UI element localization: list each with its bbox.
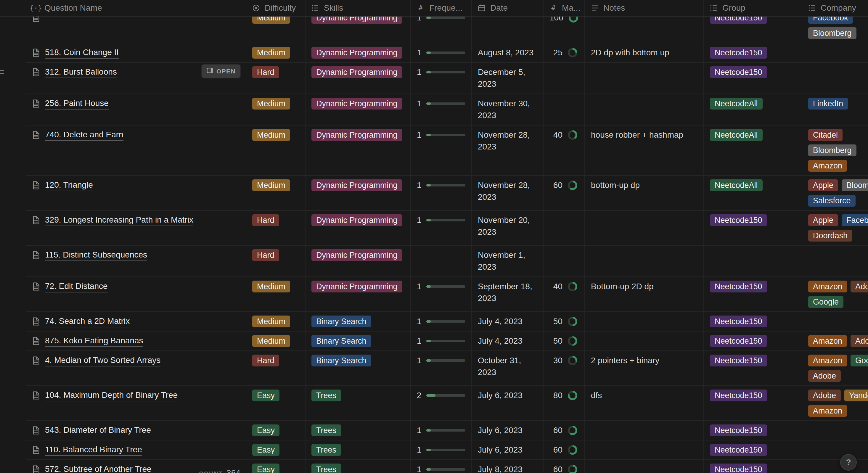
- cell-question-name[interactable]: 110. Balanced Binary Tree: [26, 440, 246, 460]
- cell-frequency[interactable]: [411, 246, 472, 277]
- question-link[interactable]: 329. Longest Increasing Path in a Matrix: [45, 214, 193, 226]
- cell-difficulty[interactable]: Easy: [246, 440, 306, 460]
- cell-mastery[interactable]: [544, 63, 585, 94]
- cell-question-name[interactable]: 104. Maximum Depth of Binary Tree: [26, 386, 246, 420]
- cell-question-name[interactable]: 4. Median of Two Sorted Arrays: [26, 351, 246, 385]
- count-footer[interactable]: COUNT 364: [199, 468, 240, 473]
- cell-skills[interactable]: Trees: [306, 421, 411, 440]
- question-link[interactable]: 110. Balanced Binary Tree: [45, 444, 142, 456]
- cell-company[interactable]: [802, 43, 868, 62]
- cell-group[interactable]: Neetcode150: [704, 312, 802, 331]
- cell-group[interactable]: Neetcode150: [704, 211, 802, 245]
- cell-skills[interactable]: Dynamic Programming: [306, 63, 411, 94]
- question-link[interactable]: 740. Delete and Earn: [45, 129, 123, 141]
- column-header-group[interactable]: Group: [704, 0, 802, 16]
- cell-notes[interactable]: bottom-up dp: [585, 176, 704, 210]
- cell-date[interactable]: October 31, 2023: [472, 351, 544, 385]
- cell-company[interactable]: AppleBloombergSalesforce: [802, 176, 868, 210]
- cell-difficulty[interactable]: Hard: [246, 211, 306, 245]
- cell-group[interactable]: Neetcode150: [704, 460, 802, 473]
- cell-mastery[interactable]: 60: [544, 440, 585, 460]
- question-link[interactable]: 72. Edit Distance: [45, 281, 108, 292]
- cell-mastery[interactable]: 40: [544, 126, 585, 175]
- cell-notes[interactable]: [585, 460, 704, 473]
- cell-skills[interactable]: Dynamic Programming: [306, 277, 411, 311]
- cell-date[interactable]: July 8, 2023: [472, 460, 544, 473]
- cell-difficulty[interactable]: Medium: [246, 94, 306, 125]
- cell-question-name[interactable]: 74. Search a 2D Matrix: [26, 312, 246, 331]
- cell-group[interactable]: [704, 246, 802, 277]
- cell-mastery[interactable]: [544, 211, 585, 245]
- cell-group[interactable]: Neetcode150: [704, 386, 802, 420]
- cell-frequency[interactable]: 1: [411, 43, 472, 62]
- cell-date[interactable]: November 30, 2023: [472, 94, 544, 125]
- cell-difficulty[interactable]: Easy: [246, 460, 306, 473]
- cell-skills[interactable]: Dynamic Programming: [306, 126, 411, 175]
- cell-notes[interactable]: 2D dp with bottom up: [585, 43, 704, 62]
- cell-company[interactable]: AppleFacebookDoordash: [802, 211, 868, 245]
- cell-group[interactable]: Neetcode150: [704, 63, 802, 94]
- cell-date[interactable]: November 20, 2023: [472, 211, 544, 245]
- cell-skills[interactable]: Binary Search: [306, 312, 411, 331]
- column-header-frequency[interactable]: # Freque...: [411, 0, 472, 16]
- cell-notes[interactable]: 2 pointers + binary: [585, 351, 704, 385]
- cell-group[interactable]: Neetcode150: [704, 351, 802, 385]
- cell-question-name[interactable]: 740. Delete and Earn: [26, 126, 246, 175]
- cell-group[interactable]: Neetcode150: [704, 440, 802, 460]
- cell-company[interactable]: AmazonAdobeGoogle: [802, 277, 868, 311]
- cell-difficulty[interactable]: Hard: [246, 63, 306, 94]
- cell-mastery[interactable]: 60: [544, 176, 585, 210]
- cell-company[interactable]: [802, 246, 868, 277]
- cell-difficulty[interactable]: Medium: [246, 312, 306, 331]
- cell-notes[interactable]: [585, 332, 704, 350]
- cell-skills[interactable]: Dynamic Programming: [306, 94, 411, 125]
- help-button[interactable]: ?: [840, 454, 857, 471]
- cell-frequency[interactable]: 1: [411, 332, 472, 350]
- cell-date[interactable]: July 6, 2023: [472, 386, 544, 420]
- cell-frequency[interactable]: 1: [411, 126, 472, 175]
- cell-frequency[interactable]: 1: [411, 277, 472, 311]
- cell-mastery[interactable]: 50: [544, 312, 585, 331]
- cell-question-name[interactable]: 72. Edit Distance: [26, 277, 246, 311]
- cell-frequency[interactable]: 1: [411, 440, 472, 460]
- cell-skills[interactable]: Trees: [306, 386, 411, 420]
- cell-frequency[interactable]: 1: [411, 312, 472, 331]
- column-header-mastery[interactable]: # Ma...: [544, 0, 585, 16]
- cell-difficulty[interactable]: Medium: [246, 43, 306, 62]
- cell-company[interactable]: AmazonAdobe: [802, 332, 868, 350]
- cell-frequency[interactable]: 2: [411, 386, 472, 420]
- cell-notes[interactable]: [585, 63, 704, 94]
- cell-question-name[interactable]: 115. Distinct Subsequences: [26, 246, 246, 277]
- cell-difficulty[interactable]: Easy: [246, 386, 306, 420]
- cell-difficulty[interactable]: Hard: [246, 246, 306, 277]
- cell-frequency[interactable]: 1: [411, 63, 472, 94]
- question-link[interactable]: 312. Burst Balloons: [45, 66, 117, 78]
- cell-company[interactable]: [802, 63, 868, 94]
- question-link[interactable]: 875. Koko Eating Bananas: [45, 335, 143, 347]
- cell-notes[interactable]: [585, 211, 704, 245]
- column-header-date[interactable]: Date: [472, 0, 544, 16]
- cell-notes[interactable]: [585, 312, 704, 331]
- column-header-difficulty[interactable]: Difficulty: [246, 0, 306, 16]
- cell-frequency[interactable]: 1: [411, 211, 472, 245]
- cell-skills[interactable]: Dynamic Programming: [306, 176, 411, 210]
- cell-date[interactable]: July 4, 2023: [472, 312, 544, 331]
- cell-date[interactable]: November 28, 2023: [472, 176, 544, 210]
- cell-question-name[interactable]: 329. Longest Increasing Path in a Matrix: [26, 211, 246, 245]
- cell-question-name[interactable]: 120. Triangle: [26, 176, 246, 210]
- cell-mastery[interactable]: 25: [544, 43, 585, 62]
- cell-notes[interactable]: Bottom-up 2D dp: [585, 277, 704, 311]
- cell-date[interactable]: July 4, 2023: [472, 332, 544, 350]
- column-header-company[interactable]: Company: [802, 0, 868, 16]
- cell-skills[interactable]: Binary Search: [306, 351, 411, 385]
- question-link[interactable]: 74. Search a 2D Matrix: [45, 316, 130, 327]
- cell-difficulty[interactable]: Easy: [246, 421, 306, 440]
- cell-company[interactable]: AdobeYandexAmazon: [802, 386, 868, 420]
- cell-company[interactable]: [802, 440, 868, 460]
- cell-notes[interactable]: [585, 94, 704, 125]
- cell-difficulty[interactable]: Medium: [246, 332, 306, 350]
- question-link[interactable]: 256. Paint House: [45, 98, 108, 109]
- cell-date[interactable]: September 18, 2023: [472, 277, 544, 311]
- cell-notes[interactable]: house robber + hashmap: [585, 126, 704, 175]
- cell-company[interactable]: CitadelBloombergAmazon: [802, 126, 868, 175]
